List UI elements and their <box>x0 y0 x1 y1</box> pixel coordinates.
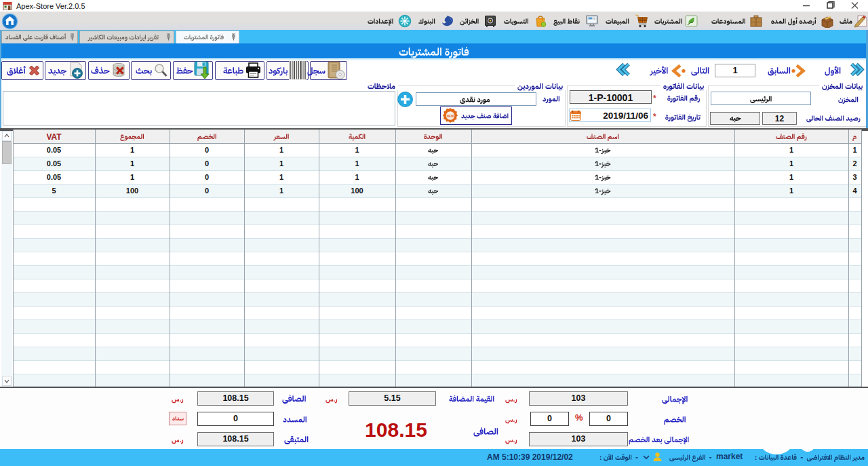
svg-text:NEW: NEW <box>447 115 454 118</box>
